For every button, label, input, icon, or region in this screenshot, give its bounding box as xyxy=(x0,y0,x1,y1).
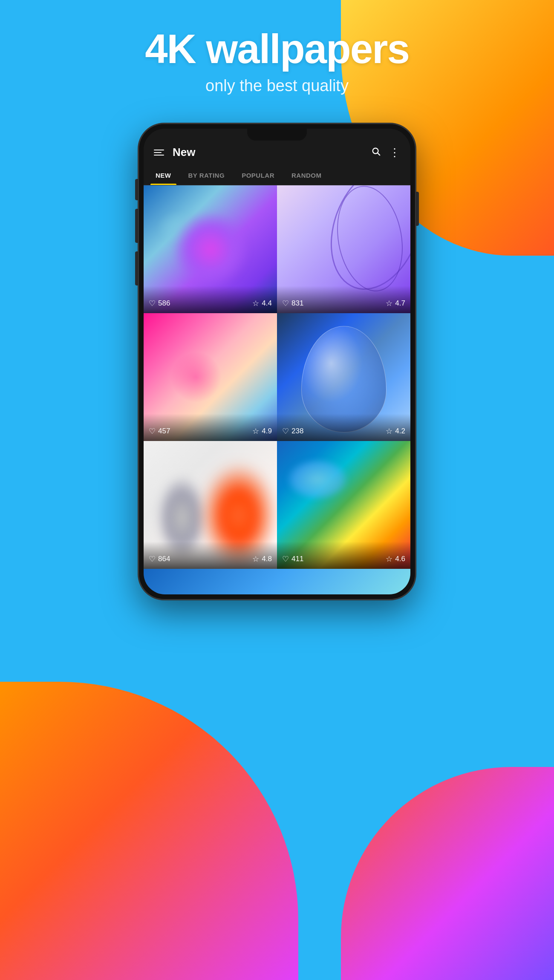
bg-purple-blob xyxy=(341,767,554,980)
wallpaper-item-1[interactable]: ♡ 586 ☆ 4.4 xyxy=(144,185,277,313)
rating-value-3: 4.9 xyxy=(262,427,272,435)
likes-value-6: 411 xyxy=(291,555,303,563)
menu-icon-line2 xyxy=(154,152,162,153)
star-icon-3: ☆ xyxy=(252,427,259,436)
phone-notch xyxy=(247,129,307,141)
rating-group-3: ☆ 4.9 xyxy=(252,427,272,436)
tab-by-rating[interactable]: BY RATING xyxy=(180,166,234,185)
heart-icon-3: ♡ xyxy=(149,427,156,436)
wallpaper-overlay-2: ♡ 831 ☆ 4.7 xyxy=(277,286,410,313)
likes-value-2: 831 xyxy=(291,299,303,308)
heart-icon-4: ♡ xyxy=(282,427,289,436)
wallpaper-item-6[interactable]: ♡ 411 ☆ 4.6 xyxy=(277,441,410,569)
wallpaper-overlay-1: ♡ 586 ☆ 4.4 xyxy=(144,286,277,313)
app-bar-title: New xyxy=(173,146,371,159)
heart-icon-6: ♡ xyxy=(282,554,289,564)
star-icon-6: ☆ xyxy=(386,554,392,564)
phone-screen: New ⋮ NEW BY RATING POPULAR RANDOM xyxy=(144,129,410,594)
wallpaper-grid: ♡ 586 ☆ 4.4 xyxy=(144,185,410,569)
likes-value-3: 457 xyxy=(158,427,170,435)
menu-button[interactable] xyxy=(154,150,164,156)
app-bar-actions: ⋮ xyxy=(371,147,400,159)
menu-icon-line1 xyxy=(154,150,164,150)
likes-group-3: ♡ 457 xyxy=(149,427,170,436)
likes-group-6: ♡ 411 xyxy=(282,554,303,564)
bg-orange-blob xyxy=(0,682,298,980)
wallpaper-item-2[interactable]: ♡ 831 ☆ 4.7 xyxy=(277,185,410,313)
likes-group-4: ♡ 238 xyxy=(282,427,303,436)
likes-group-2: ♡ 831 xyxy=(282,299,303,308)
hero-section: 4K wallpapers only the best quality xyxy=(0,26,554,95)
star-icon-2: ☆ xyxy=(386,299,392,308)
wp3-circle xyxy=(170,352,222,403)
wp6-cloud xyxy=(286,458,349,501)
hero-subtitle: only the best quality xyxy=(0,77,554,95)
wallpaper-overlay-3: ♡ 457 ☆ 4.9 xyxy=(144,414,277,441)
likes-value-1: 586 xyxy=(158,299,170,308)
wallpaper-item-5[interactable]: ♡ 864 ☆ 4.8 xyxy=(144,441,277,569)
likes-value-4: 238 xyxy=(291,427,303,435)
rating-value-2: 4.7 xyxy=(395,299,405,308)
mute-button xyxy=(135,179,138,200)
rating-group-2: ☆ 4.7 xyxy=(386,299,405,308)
likes-group-1: ♡ 586 xyxy=(149,299,170,308)
heart-icon-2: ♡ xyxy=(282,299,289,308)
wallpaper-overlay-4: ♡ 238 ☆ 4.2 xyxy=(277,414,410,441)
menu-icon-line3 xyxy=(154,155,164,156)
rating-value-4: 4.2 xyxy=(395,427,405,435)
rating-value-5: 4.8 xyxy=(262,555,272,563)
wp1-effect xyxy=(172,211,249,288)
svg-line-1 xyxy=(378,153,380,155)
star-icon-1: ☆ xyxy=(252,299,259,308)
heart-icon-5: ♡ xyxy=(149,554,156,564)
rating-group-5: ☆ 4.8 xyxy=(252,554,272,564)
rating-value-1: 4.4 xyxy=(262,299,272,308)
heart-icon-1: ♡ xyxy=(149,299,156,308)
volume-up-button xyxy=(135,209,138,243)
tab-bar: NEW BY RATING POPULAR RANDOM xyxy=(144,166,410,185)
tab-popular[interactable]: POPULAR xyxy=(233,166,283,185)
tab-new[interactable]: NEW xyxy=(147,166,180,185)
wallpaper-item-3[interactable]: ♡ 457 ☆ 4.9 xyxy=(144,313,277,441)
rating-group-4: ☆ 4.2 xyxy=(386,427,405,436)
wallpaper-overlay-6: ♡ 411 ☆ 4.6 xyxy=(277,542,410,569)
wallpaper-item-4[interactable]: ♡ 238 ☆ 4.2 xyxy=(277,313,410,441)
rating-group-6: ☆ 4.6 xyxy=(386,554,405,564)
hero-title: 4K wallpapers xyxy=(0,26,554,72)
tab-random[interactable]: RANDOM xyxy=(283,166,330,185)
likes-value-5: 864 xyxy=(158,555,170,563)
star-icon-5: ☆ xyxy=(252,554,259,564)
phone-body: New ⋮ NEW BY RATING POPULAR RANDOM xyxy=(138,124,416,600)
volume-down-button xyxy=(135,251,138,285)
wallpaper-overlay-5: ♡ 864 ☆ 4.8 xyxy=(144,542,277,569)
more-options-button[interactable]: ⋮ xyxy=(389,147,400,158)
likes-group-5: ♡ 864 xyxy=(149,554,170,564)
power-button xyxy=(416,192,419,226)
rating-value-6: 4.6 xyxy=(395,555,405,563)
partial-row-bottom xyxy=(144,569,410,594)
phone-mockup: New ⋮ NEW BY RATING POPULAR RANDOM xyxy=(138,124,416,600)
rating-group-1: ☆ 4.4 xyxy=(252,299,272,308)
search-button[interactable] xyxy=(371,147,381,159)
star-icon-4: ☆ xyxy=(386,427,392,436)
